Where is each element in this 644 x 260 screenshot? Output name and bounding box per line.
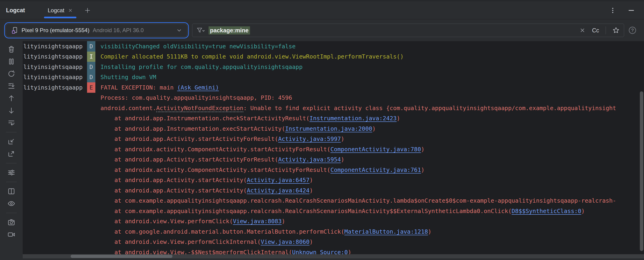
- log-message: at androidx.activity.ComponentActivity.s…: [100, 167, 424, 173]
- log-link[interactable]: MaterialButton.java:1218: [344, 228, 428, 235]
- log-row[interactable]: at com.example.appqualityinsightsqaapp.r…: [23, 206, 644, 216]
- log-text: ): [310, 177, 313, 183]
- log-view[interactable]: lityinsightsqaappDvisibilityChanged oldV…: [23, 41, 644, 259]
- log-link[interactable]: Activity.java:5954: [278, 156, 341, 163]
- new-tab-button[interactable]: [84, 7, 91, 14]
- log-text: ): [396, 115, 400, 122]
- scroll-to-end-icon[interactable]: [7, 82, 16, 90]
- log-link[interactable]: Instrumentation.java:2000: [285, 125, 372, 132]
- restart-logcat-icon[interactable]: [7, 70, 16, 78]
- log-level-badge: [87, 185, 95, 196]
- log-link[interactable]: ComponentActivity.java:761: [330, 167, 421, 173]
- log-level-badge: D: [87, 41, 95, 52]
- device-details: Android 16, API 36.0: [92, 27, 144, 33]
- log-level-badge: [87, 93, 95, 103]
- log-row[interactable]: Process: com.quality.appqualityinsightsq…: [23, 93, 644, 103]
- screen-record-icon[interactable]: [7, 230, 16, 239]
- log-rows: lityinsightsqaappDvisibilityChanged oldV…: [23, 41, 644, 259]
- log-row[interactable]: lityinsightsqaappDShutting down VM: [23, 72, 644, 83]
- log-link[interactable]: ComponentActivity.java:780: [330, 146, 421, 153]
- log-text: at android.app.Activity.startActivity(: [100, 177, 247, 183]
- log-text: at com.example.appqualityinsightsqaapp.r…: [100, 197, 616, 204]
- log-row[interactable]: at android.app.Instrumentation.execStart…: [23, 124, 644, 134]
- log-row[interactable]: at com.google.android.material.button.Ma…: [23, 227, 644, 237]
- clear-logcat-icon[interactable]: [7, 45, 16, 53]
- filter-funnel-icon[interactable]: [196, 27, 205, 34]
- log-tag: lityinsightsqaapp: [23, 43, 87, 50]
- log-row[interactable]: at android.app.Activity.startActivity(Ac…: [23, 175, 644, 186]
- soft-wrap-icon[interactable]: [7, 119, 16, 127]
- clear-filter-icon[interactable]: [580, 27, 586, 33]
- log-level-badge: [87, 113, 95, 124]
- horizontal-scrollbar-track[interactable]: [23, 254, 644, 259]
- vertical-scrollbar[interactable]: [640, 91, 643, 251]
- log-message: at androidx.activity.ComponentActivity.s…: [100, 146, 424, 153]
- log-row[interactable]: at com.example.appqualityinsightsqaapp.r…: [23, 196, 644, 206]
- log-level-badge: [87, 144, 95, 155]
- log-text: at android.app.Activity.startActivityFor…: [100, 156, 278, 163]
- filter-actions: Cc: [580, 26, 620, 34]
- log-text: at android.app.Activity.startActivityFor…: [100, 136, 278, 142]
- log-link[interactable]: Activity.java:5997: [278, 136, 341, 142]
- log-link[interactable]: View.java:8060: [261, 239, 310, 245]
- log-level-badge: [87, 206, 95, 216]
- log-row[interactable]: at androidx.activity.ComponentActivity.s…: [23, 144, 644, 155]
- log-message: at android.app.Activity.startActivity(Ac…: [100, 187, 313, 194]
- hide-tool-window-icon[interactable]: [628, 7, 635, 14]
- log-link[interactable]: Instrumentation.java:2423: [310, 115, 396, 122]
- log-level-badge: [87, 216, 95, 227]
- favorite-star-icon[interactable]: [612, 27, 620, 34]
- log-level-badge: E: [87, 82, 95, 93]
- split-panel-icon[interactable]: [7, 187, 16, 196]
- horizontal-scrollbar-thumb[interactable]: [70, 255, 172, 258]
- log-row[interactable]: at android.app.Instrumentation.checkStar…: [23, 113, 644, 124]
- log-text: at android.view.View.performClickInterna…: [100, 239, 261, 245]
- next-occurrence-icon[interactable]: [7, 106, 16, 115]
- log-row[interactable]: at androidx.activity.ComponentActivity.s…: [23, 165, 644, 175]
- log-row[interactable]: at android.app.Activity.startActivityFor…: [23, 155, 644, 165]
- toolbar-divider: [6, 163, 17, 163]
- help-icon[interactable]: ?: [628, 26, 637, 35]
- log-message: FATAL EXCEPTION: main (Ask Gemini): [100, 84, 219, 91]
- log-link[interactable]: View.java:8083: [233, 218, 282, 225]
- match-case-button[interactable]: Cc: [592, 27, 599, 34]
- log-link[interactable]: Activity.java:6457: [247, 177, 310, 183]
- toolbar-divider: [6, 213, 17, 213]
- tab-logcat[interactable]: Logcat: [44, 1, 76, 19]
- logcat-settings-icon[interactable]: [7, 168, 16, 177]
- log-row[interactable]: at android.app.Activity.startActivity(Ac…: [23, 185, 644, 196]
- import-logs-icon[interactable]: [7, 137, 16, 146]
- log-row[interactable]: android.content.ActivityNotFoundExceptio…: [23, 103, 644, 113]
- log-link[interactable]: D8$$SyntheticClass:0: [512, 208, 581, 215]
- options-menu-icon[interactable]: [609, 7, 616, 14]
- tab-close-icon[interactable]: [68, 8, 73, 13]
- log-text-dotted: ActivityNotFoundException: [156, 105, 243, 112]
- filter-query-text[interactable]: package:mine: [208, 26, 250, 34]
- log-text: at com.example.appqualityinsightsqaapp.r…: [100, 208, 512, 215]
- screenshot-camera-icon[interactable]: [7, 218, 16, 227]
- pause-logcat-icon[interactable]: [7, 57, 16, 66]
- log-text: Installing profile for com.quality.appqu…: [100, 64, 302, 70]
- previous-occurrence-icon[interactable]: [7, 94, 16, 102]
- log-text: ): [341, 156, 344, 163]
- screen-inspect-eye-icon[interactable]: [7, 199, 16, 208]
- filter-input[interactable]: package:mine Cc: [192, 23, 624, 37]
- log-row[interactable]: at android.view.View.performClickInterna…: [23, 237, 644, 247]
- log-row[interactable]: at android.app.Activity.startActivityFor…: [23, 134, 644, 144]
- logcat-tool-window: Logcat Logcat: [0, 0, 644, 260]
- export-logs-icon[interactable]: [7, 150, 16, 158]
- log-link[interactable]: (Ask Gemini): [177, 84, 219, 91]
- log-message: at com.example.appqualityinsightsqaapp.r…: [100, 197, 616, 204]
- log-row[interactable]: lityinsightsqaappICompiler allocated 511…: [23, 52, 644, 62]
- log-row[interactable]: at android.view.View.performClick(View.j…: [23, 216, 644, 227]
- log-row[interactable]: lityinsightsqaappDInstalling profile for…: [23, 62, 644, 72]
- log-row[interactable]: lityinsightsqaappDvisibilityChanged oldV…: [23, 41, 644, 52]
- tab-label: Logcat: [48, 7, 64, 14]
- log-tag: lityinsightsqaapp: [23, 74, 87, 80]
- log-row[interactable]: lityinsightsqaappEFATAL EXCEPTION: main …: [23, 82, 644, 93]
- log-link[interactable]: Activity.java:6424: [247, 187, 310, 194]
- logcat-toolbar: Pixel 9 Pro (emulator-5554) Android 16, …: [0, 19, 644, 41]
- log-text: ): [421, 146, 424, 153]
- device-selector[interactable]: Pixel 9 Pro (emulator-5554) Android 16, …: [6, 23, 188, 37]
- log-message: Shutting down VM: [100, 74, 156, 80]
